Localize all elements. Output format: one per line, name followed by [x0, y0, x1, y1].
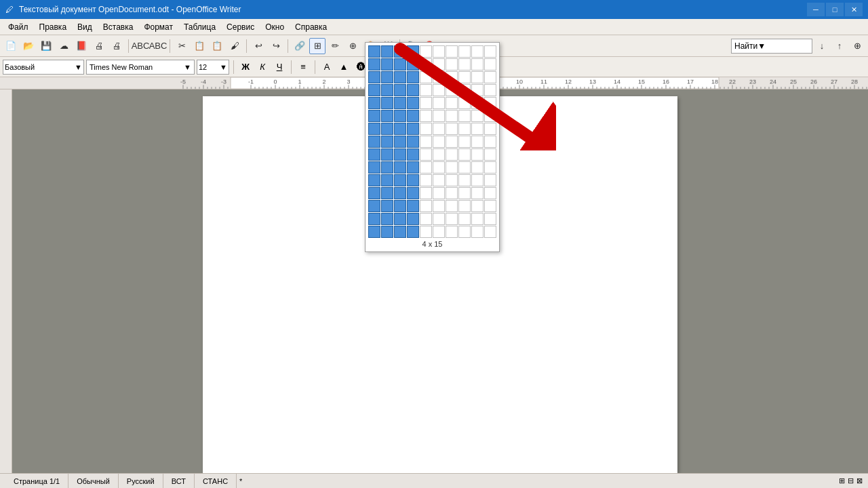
grid-cell[interactable] [368, 187, 380, 199]
grid-cell[interactable] [381, 123, 393, 135]
search-dropdown-arrow[interactable]: ▼ [757, 41, 766, 51]
grid-cell[interactable] [484, 110, 496, 122]
grid-cell[interactable] [394, 187, 406, 199]
menu-item-справка[interactable]: Справка [290, 21, 332, 33]
grid-cell[interactable] [471, 187, 484, 199]
grid-cell[interactable] [368, 148, 380, 161]
grid-cell[interactable] [394, 200, 406, 212]
grid-cell[interactable] [381, 226, 393, 238]
spellcheck-button[interactable]: ABC [132, 38, 149, 54]
grid-cell[interactable] [458, 58, 471, 70]
grid-cell[interactable] [381, 200, 393, 212]
minimize-button[interactable]: ─ [807, 3, 825, 16]
new-button[interactable]: 📄 [3, 38, 19, 54]
grid-cell[interactable] [471, 123, 484, 135]
font-size-select[interactable]: 12 ▼ [197, 60, 229, 75]
grid-cell[interactable] [368, 123, 380, 135]
undo-button[interactable]: ↩ [250, 38, 267, 54]
field-button[interactable]: ⊕ [344, 38, 361, 54]
grid-cell[interactable] [446, 84, 458, 96]
grid-cell[interactable] [368, 110, 380, 122]
grid-cell[interactable] [433, 226, 445, 238]
font-color-button[interactable]: A [319, 60, 334, 75]
autocorrect-button[interactable]: ABC [150, 38, 166, 54]
grid-cell[interactable] [407, 187, 419, 199]
grid-cell[interactable] [381, 97, 393, 109]
grid-cell[interactable] [433, 84, 445, 96]
grid-cell[interactable] [433, 136, 445, 148]
close-button[interactable]: ✕ [845, 3, 863, 16]
grid-cell[interactable] [471, 97, 484, 109]
table-button[interactable]: ⊞ [309, 38, 326, 54]
grid-cell[interactable] [433, 45, 445, 58]
search-box[interactable]: Найти ▼ [731, 39, 812, 54]
grid-cell[interactable] [458, 200, 471, 212]
grid-cell[interactable] [381, 174, 393, 186]
grid-cell[interactable] [433, 148, 445, 161]
grid-cell[interactable] [433, 213, 445, 225]
menu-item-формат[interactable]: Формат [138, 21, 178, 33]
grid-cell[interactable] [484, 174, 496, 186]
grid-cell[interactable] [420, 148, 432, 161]
grid-cell[interactable] [433, 71, 445, 83]
grid-cell[interactable] [420, 187, 432, 199]
grid-cell[interactable] [471, 110, 484, 122]
grid-cell[interactable] [458, 148, 471, 161]
grid-cell[interactable] [433, 97, 445, 109]
find-next-button[interactable]: ↓ [814, 38, 830, 54]
grid-cell[interactable] [458, 45, 471, 58]
grid-cell[interactable] [381, 187, 393, 199]
grid-cell[interactable] [381, 136, 393, 148]
grid-cell[interactable] [484, 71, 496, 83]
grid-cell[interactable] [394, 45, 406, 58]
paste-button[interactable]: 📋 [209, 38, 225, 54]
grid-cell[interactable] [446, 174, 458, 186]
grid-cell[interactable] [407, 97, 419, 109]
grid-cell[interactable] [446, 110, 458, 122]
grid-cell[interactable] [420, 110, 432, 122]
show-changes-button[interactable]: ✏ [327, 38, 343, 54]
grid-cell[interactable] [433, 174, 445, 186]
redo-button[interactable]: ↪ [268, 38, 284, 54]
grid-cell[interactable] [433, 161, 445, 174]
grid-cell[interactable] [458, 174, 471, 186]
grid-cell[interactable] [471, 71, 484, 83]
table-grid[interactable] [368, 45, 496, 238]
grid-cell[interactable] [368, 58, 380, 70]
grid-cell[interactable] [407, 200, 419, 212]
grid-cell[interactable] [471, 226, 484, 238]
grid-cell[interactable] [381, 213, 393, 225]
grid-cell[interactable] [471, 58, 484, 70]
grid-cell[interactable] [394, 226, 406, 238]
grid-cell[interactable] [458, 71, 471, 83]
grid-cell[interactable] [381, 161, 393, 174]
grid-cell[interactable] [420, 123, 432, 135]
grid-cell[interactable] [394, 123, 406, 135]
grid-cell[interactable] [407, 123, 419, 135]
grid-cell[interactable] [407, 45, 419, 58]
grid-cell[interactable] [394, 58, 406, 70]
grid-cell[interactable] [394, 97, 406, 109]
grid-cell[interactable] [484, 148, 496, 161]
grid-cell[interactable] [368, 226, 380, 238]
grid-cell[interactable] [433, 187, 445, 199]
grid-cell[interactable] [407, 161, 419, 174]
grid-cell[interactable] [420, 174, 432, 186]
grid-cell[interactable] [420, 226, 432, 238]
grid-cell[interactable] [368, 213, 380, 225]
grid-cell[interactable] [446, 123, 458, 135]
grid-cell[interactable] [446, 200, 458, 212]
grid-cell[interactable] [458, 84, 471, 96]
clone-format-button[interactable]: 🖌 [226, 38, 243, 54]
grid-cell[interactable] [471, 174, 484, 186]
grid-cell[interactable] [484, 84, 496, 96]
grid-cell[interactable] [446, 161, 458, 174]
menu-item-файл[interactable]: Файл [3, 21, 34, 33]
grid-cell[interactable] [458, 187, 471, 199]
menu-item-окно[interactable]: Окно [260, 21, 290, 33]
grid-cell[interactable] [484, 58, 496, 70]
menu-item-вид[interactable]: Вид [72, 21, 98, 33]
grid-cell[interactable] [381, 45, 393, 58]
grid-cell[interactable] [368, 97, 380, 109]
grid-cell[interactable] [381, 71, 393, 83]
